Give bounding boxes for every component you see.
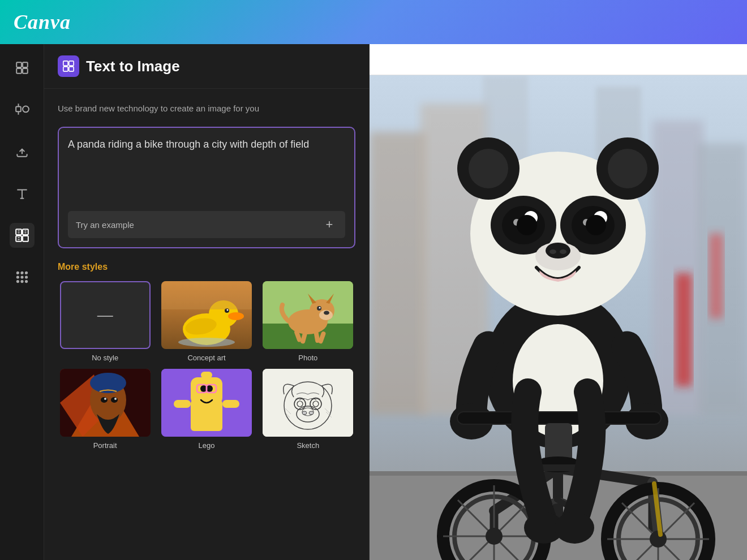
prompt-input[interactable]: A panda riding a bike through a city wit… [68, 137, 345, 200]
style-item-sketch[interactable]: Sketch [261, 369, 355, 450]
svg-rect-20 [69, 61, 74, 66]
svg-rect-65 [222, 400, 239, 408]
svg-point-143 [555, 512, 594, 544]
svg-point-50 [101, 397, 108, 403]
more-styles-section: More styles No style [58, 262, 355, 450]
sidebar [0, 44, 44, 560]
svg-point-97 [608, 149, 647, 188]
svg-rect-7 [23, 229, 28, 235]
style-label-lego: Lego [199, 441, 215, 450]
style-label-sketch: Sketch [297, 441, 319, 450]
svg-point-107 [586, 215, 606, 235]
svg-point-5 [23, 106, 29, 113]
styles-grid: No style [58, 281, 355, 450]
svg-rect-4 [16, 107, 21, 112]
style-label-no-style: No style [92, 354, 118, 362]
svg-rect-19 [63, 61, 68, 66]
svg-rect-66 [263, 369, 353, 437]
sidebar-item-text-to-image[interactable] [10, 223, 35, 248]
sidebar-item-uploads[interactable] [10, 139, 35, 164]
svg-point-15 [25, 276, 27, 278]
svg-point-52 [104, 398, 106, 400]
style-item-portrait[interactable]: Portrait [58, 369, 152, 450]
svg-point-18 [25, 281, 27, 282]
style-thumb-lego[interactable] [161, 369, 252, 437]
sidebar-item-layout[interactable] [10, 55, 35, 80]
svg-point-29 [178, 338, 235, 347]
sidebar-item-apps[interactable] [10, 265, 35, 290]
style-item-concept-art[interactable]: Concept art [159, 281, 254, 362]
svg-rect-1 [23, 62, 28, 67]
main-layout: Text to Image Use brand new technology t… [0, 44, 747, 560]
style-label-concept-art: Concept art [187, 354, 225, 362]
svg-point-111 [560, 249, 566, 254]
svg-rect-88 [709, 234, 723, 318]
svg-rect-64 [174, 400, 191, 408]
svg-point-128 [486, 528, 503, 545]
svg-point-75 [309, 411, 314, 415]
try-example-button[interactable]: + [321, 217, 337, 232]
panel-description: Use brand new technology to create an im… [58, 102, 355, 115]
more-styles-label: More styles [58, 262, 355, 272]
panel: Text to Image Use brand new technology t… [44, 44, 370, 560]
style-item-no-style[interactable]: No style [58, 281, 152, 362]
try-example-row[interactable]: Try an example + [68, 211, 345, 238]
style-thumb-concept-art[interactable] [161, 281, 252, 349]
panel-header-icon [58, 55, 79, 77]
panel-header: Text to Image [44, 44, 369, 89]
svg-point-74 [302, 411, 307, 415]
svg-rect-9 [23, 236, 28, 242]
panda-illustration [370, 75, 747, 560]
svg-point-16 [16, 281, 18, 282]
style-thumb-portrait[interactable] [60, 369, 151, 437]
svg-rect-6 [16, 229, 22, 235]
style-thumb-no-style[interactable] [60, 281, 151, 349]
canvas-image-area[interactable] [370, 75, 747, 560]
svg-point-10 [16, 272, 18, 274]
canvas-topbar [370, 44, 747, 75]
svg-rect-0 [16, 62, 22, 67]
svg-rect-22 [69, 67, 74, 71]
svg-point-40 [319, 307, 321, 309]
svg-rect-114 [457, 412, 661, 424]
canva-logo: Canva [14, 10, 71, 34]
style-thumb-photo[interactable] [263, 281, 353, 349]
svg-point-14 [21, 276, 23, 278]
svg-point-51 [111, 397, 118, 403]
svg-point-12 [25, 272, 27, 274]
try-example-label: Try an example [76, 220, 134, 230]
text-input-area[interactable]: A panda riding a bike through a city wit… [58, 127, 355, 249]
svg-point-110 [549, 249, 556, 254]
style-label-photo: Photo [298, 354, 317, 362]
svg-rect-3 [23, 68, 28, 74]
sidebar-item-elements[interactable] [10, 97, 35, 122]
style-label-portrait: Portrait [93, 441, 117, 450]
svg-rect-30 [161, 281, 252, 309]
svg-point-11 [21, 272, 23, 274]
svg-point-109 [546, 243, 570, 259]
svg-rect-58 [201, 372, 212, 378]
svg-point-106 [517, 215, 537, 235]
svg-point-25 [228, 312, 244, 320]
svg-rect-81 [370, 132, 426, 415]
panel-content: Use brand new technology to create an im… [44, 89, 369, 560]
svg-point-13 [16, 276, 18, 278]
style-item-lego[interactable]: Lego [159, 369, 254, 450]
svg-rect-87 [675, 273, 692, 386]
style-item-photo[interactable]: Photo [261, 281, 355, 362]
svg-point-53 [114, 398, 117, 400]
header: Canva [0, 0, 747, 44]
panel-title: Text to Image [86, 58, 180, 75]
svg-point-17 [21, 281, 23, 282]
svg-point-96 [469, 149, 508, 188]
svg-point-38 [324, 311, 329, 315]
canvas-area [370, 44, 747, 560]
style-thumb-sketch[interactable] [263, 369, 353, 437]
svg-rect-55 [191, 400, 222, 431]
sidebar-item-text[interactable] [10, 181, 35, 206]
svg-rect-8 [16, 236, 22, 242]
svg-rect-21 [63, 67, 68, 71]
svg-rect-2 [16, 68, 22, 74]
